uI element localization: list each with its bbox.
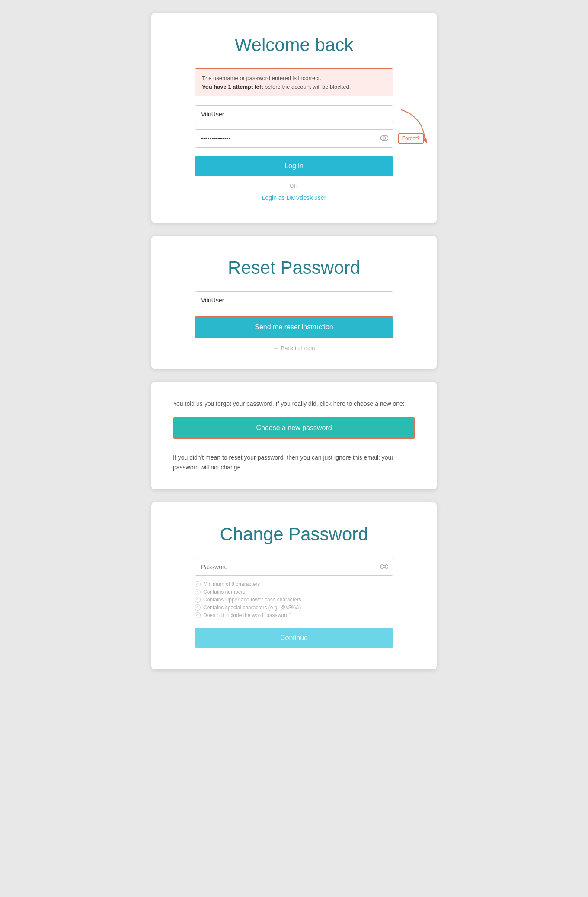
continue-button[interactable]: Continue xyxy=(195,628,393,648)
requirement-item: Minimum of 8 characters xyxy=(195,580,393,588)
email-ignore-text: If you didn't mean to reset your passwor… xyxy=(173,453,415,472)
send-reset-button[interactable]: Send me reset instruction xyxy=(195,316,393,338)
svg-point-0 xyxy=(380,135,388,141)
email-card: You told us you forgot your password. If… xyxy=(151,382,437,489)
check-icon-2 xyxy=(195,589,201,595)
reset-username-input[interactable] xyxy=(195,291,393,309)
login-card: Welcome back The username or password en… xyxy=(151,13,437,223)
reset-password-card: Reset Password Send me reset instruction… xyxy=(151,236,437,369)
password-requirements: Minimum of 8 characters Contains numbers… xyxy=(195,580,393,619)
change-password-card: Change Password Minimum of 8 characters … xyxy=(151,502,437,669)
username-input[interactable] xyxy=(195,105,393,123)
svg-point-1 xyxy=(383,137,386,139)
requirement-1-label: Minimum of 8 characters xyxy=(203,581,260,587)
dmvdesk-link[interactable]: Login as DMVdesk user xyxy=(195,194,393,201)
change-password-title: Change Password xyxy=(195,524,393,545)
login-title: Welcome back xyxy=(195,35,393,55)
back-arrow-icon: ← xyxy=(273,345,279,351)
new-password-eye-icon[interactable] xyxy=(380,563,388,571)
reset-title: Reset Password xyxy=(195,257,393,278)
requirement-4-label: Contains special characters (e.g. @#$%&) xyxy=(203,604,301,611)
svg-point-3 xyxy=(380,564,388,569)
new-password-input[interactable] xyxy=(195,558,393,576)
check-icon-4 xyxy=(195,604,201,611)
error-line1: The username or password entered is inco… xyxy=(202,75,321,81)
requirement-item: Does not include the word "password" xyxy=(195,611,393,619)
requirement-item: Contains numbers xyxy=(195,588,393,596)
back-to-login-link[interactable]: ← Back to Login xyxy=(195,345,393,351)
requirement-5-label: Does not include the word "password" xyxy=(203,612,291,618)
requirement-item: Contains Upper and lower case characters xyxy=(195,596,393,604)
error-box: The username or password entered is inco… xyxy=(195,68,393,96)
requirement-3-label: Contains Upper and lower case characters xyxy=(203,597,301,603)
error-bold: You have 1 attempt left xyxy=(202,84,263,90)
error-rest: before the account will be blocked. xyxy=(263,84,351,90)
login-button[interactable]: Log in xyxy=(195,156,393,176)
password-input[interactable] xyxy=(195,129,393,148)
email-body-text: You told us you forgot your password. If… xyxy=(173,399,415,408)
check-icon-3 xyxy=(195,597,201,603)
eye-icon[interactable] xyxy=(380,135,388,142)
requirement-item: Contains special characters (e.g. @#$%&) xyxy=(195,604,393,611)
back-to-login-label: Back to Login xyxy=(281,345,315,351)
forgot-button[interactable]: Forgot? xyxy=(398,133,424,144)
check-icon-1 xyxy=(195,581,201,587)
choose-new-password-button[interactable]: Choose a new password xyxy=(173,417,415,439)
check-icon-5 xyxy=(195,612,201,618)
requirement-2-label: Contains numbers xyxy=(203,589,245,595)
svg-point-4 xyxy=(383,565,386,568)
or-divider: or xyxy=(195,183,393,189)
annotation-arrow xyxy=(397,106,431,153)
